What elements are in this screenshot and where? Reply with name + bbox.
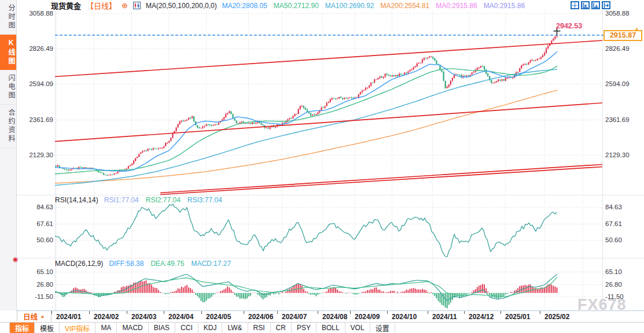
period-selector-label: 日线 (23, 311, 38, 322)
sidebar-tab-0[interactable]: 分时图 (0, 0, 16, 35)
chart-header: 现货黄金 【日线】 ⊕ MA(20,50,100,200,0,0) MA20:2… (51, 1, 525, 10)
toolbar-tab-VIP指标[interactable]: VIP指标 (60, 323, 95, 333)
date-label: 2024/02 (94, 313, 119, 321)
date-label: 2024/10 (392, 313, 417, 321)
axis-fit-icon[interactable] (581, 1, 590, 9)
date-label: 2025/02 (544, 313, 569, 321)
date-tick (277, 311, 278, 314)
axis-label: 84.63 (20, 204, 53, 211)
macd-value-2: MACD:17.27 (191, 260, 231, 268)
toolbar-tab-指标[interactable]: 指标 (10, 323, 35, 333)
axis-label: 3058.88 (20, 10, 53, 17)
rsi-title: RSI(14,14,14) (55, 196, 98, 204)
toolbar-tab-VOL[interactable]: VOL (345, 323, 370, 333)
rsi-value-1: RSI2:77.04 (146, 196, 181, 204)
rsi-values: RSI1:77.04RSI2:77.04RSI3:77.04 (104, 196, 222, 204)
toolbar-tab-KDJ[interactable]: KDJ (198, 323, 223, 333)
toolbar-tab-BOLL[interactable]: BOLL (317, 323, 345, 333)
date-label: 2024/01 (56, 313, 81, 321)
period-selector[interactable]: 日线 ▲ (17, 311, 51, 321)
axis-scale-icon[interactable] (591, 1, 600, 9)
date-label: 2024/12 (469, 313, 494, 321)
toolbar-tab-MACD[interactable]: MACD (117, 323, 148, 333)
toolbar-tab-RSI[interactable]: RSI (248, 323, 271, 333)
axis-label: 2826.49 (605, 45, 630, 53)
symbol-name: 现货黄金 (51, 0, 81, 11)
sidebar-tab-1[interactable]: K线图 (0, 35, 16, 70)
date-label: 2024/09 (355, 313, 380, 321)
axis-label: -11.50 (20, 293, 53, 301)
date-tick (540, 311, 540, 314)
date-label: 2024/03 (131, 313, 156, 321)
toolbar-spacer (0, 323, 10, 333)
chevron-up-icon: ▲ (40, 313, 45, 319)
macd-value-0: DIFF:58.38 (109, 260, 143, 268)
date-tick (318, 311, 318, 314)
date-tick (164, 311, 164, 314)
indicator-toolbar: 指标模板VIP指标MAMACDBIASCCIKDJLW&RSICRPSYBOLL… (0, 323, 644, 333)
axis-label: 2361.69 (605, 116, 630, 124)
pan-right-icon[interactable] (602, 1, 610, 9)
kline-icon (133, 2, 141, 9)
chart-canvas[interactable] (0, 0, 644, 322)
axis-label: 2826.49 (20, 45, 53, 53)
date-tick (201, 311, 202, 314)
axis-label: 84.63 (605, 204, 622, 211)
date-label: 2024/04 (168, 313, 193, 321)
date-tick (244, 311, 244, 314)
macd-values: DIFF:58.38DEA:49.75MACD:17.27 (109, 260, 231, 268)
axis-label: 26.80 (20, 281, 53, 288)
ma-value-0: MA20:2808.05 (222, 2, 267, 10)
axis-label: 26.80 (605, 281, 622, 288)
date-label: 2024/06 (248, 313, 273, 321)
trading-app: 分时图K线图闪电图合约资料 现货黄金 【日线】 ⊕ MA(20,50,100,2… (0, 0, 644, 333)
price-up-arrow: ▲ (634, 25, 640, 32)
date-tick (428, 311, 428, 314)
macd-value-1: DEA:49.75 (150, 260, 184, 268)
date-label: 2025/01 (505, 313, 530, 321)
rsi-header: RSI(14,14,14) RSI1:77.04RSI2:77.04RSI3:7… (55, 196, 222, 204)
toolbar-tab-BIAS[interactable]: BIAS (149, 323, 175, 333)
axis-label: 67.61 (20, 220, 53, 228)
ma-settings-label: MA(20,50,100,200,0,0) (146, 2, 217, 10)
date-tick (350, 311, 351, 314)
axis-label: 2361.69 (20, 116, 53, 124)
ma-value-3: MA200:2554.81 (381, 2, 430, 10)
date-tick (89, 311, 90, 314)
macd-header: MACD(26,12,9) DIFF:58.38DEA:49.75MACD:17… (55, 260, 231, 268)
axis-label: 3058.88 (605, 10, 630, 17)
macd-title: MACD(26,12,9) (55, 260, 103, 268)
axis-label: 50.60 (20, 236, 53, 244)
ma-values: MA20:2808.05MA50:2712.90MA100:2690.92MA2… (222, 2, 525, 10)
ma-value-2: MA100:2690.92 (325, 2, 374, 10)
toolbar-tab-MA[interactable]: MA (95, 323, 117, 333)
ma-value-1: MA50:2712.90 (274, 2, 319, 10)
indicator-settings-icon[interactable]: ◉ (13, 256, 19, 263)
toolbar-tab-CCI[interactable]: CCI (175, 323, 198, 333)
expand-icon[interactable]: ⊕ (122, 1, 128, 10)
axis-label: 2129.30 (20, 151, 53, 159)
crosshair-icon[interactable] (571, 1, 579, 9)
toolbar-tab-模板[interactable]: 模板 (35, 323, 60, 333)
toolbar-tab-设置[interactable]: 设置 (370, 323, 395, 333)
axis-label: 65.10 (20, 268, 53, 276)
ma-value-5: MA0:2915.86 (484, 2, 525, 10)
date-tick (127, 311, 127, 314)
high-price-label: 2942.53 (556, 22, 582, 30)
date-label: 2024/07 (282, 313, 307, 321)
toolbar-tab-CR[interactable]: CR (271, 323, 292, 333)
ma-value-4: MA0:2915.86 (436, 2, 477, 10)
axis-label: -11.50 (605, 293, 624, 301)
date-tick (51, 311, 52, 314)
sidebar-tab-3[interactable]: 合约资料 (0, 105, 16, 148)
axis-label: 50.60 (605, 236, 622, 244)
rsi-value-0: RSI1:77.04 (104, 196, 139, 204)
toolbar-tab-PSY[interactable]: PSY (292, 323, 317, 333)
toolbar-tab-LW&[interactable]: LW& (222, 323, 248, 333)
axis-label: 2594.09 (20, 80, 53, 88)
date-label: 2024/11 (432, 313, 457, 321)
date-label: 2024/05 (206, 313, 231, 321)
sidebar-tab-2[interactable]: 闪电图 (0, 70, 16, 105)
axis-label: 65.10 (605, 268, 622, 276)
axis-label: 67.61 (605, 220, 622, 228)
